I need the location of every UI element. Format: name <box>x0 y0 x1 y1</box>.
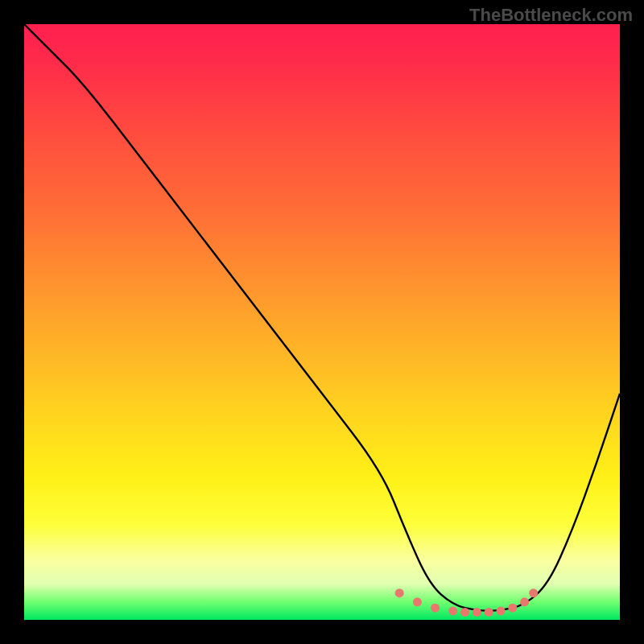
marker-dot <box>497 606 506 615</box>
chart-plot-area <box>24 24 620 620</box>
marker-dot <box>529 588 538 597</box>
marker-dot <box>448 606 457 615</box>
marker-dot <box>520 597 529 606</box>
highlighted-markers <box>395 588 539 617</box>
watermark-text: TheBottleneck.com <box>469 5 633 26</box>
bottleneck-curve <box>24 24 620 611</box>
marker-dot <box>395 588 404 597</box>
marker-dot <box>473 608 481 617</box>
marker-dot <box>413 597 422 606</box>
marker-dot <box>485 608 493 617</box>
marker-dot <box>431 604 440 613</box>
marker-dot <box>460 608 469 617</box>
chart-svg <box>24 24 620 620</box>
marker-dot <box>508 604 517 613</box>
